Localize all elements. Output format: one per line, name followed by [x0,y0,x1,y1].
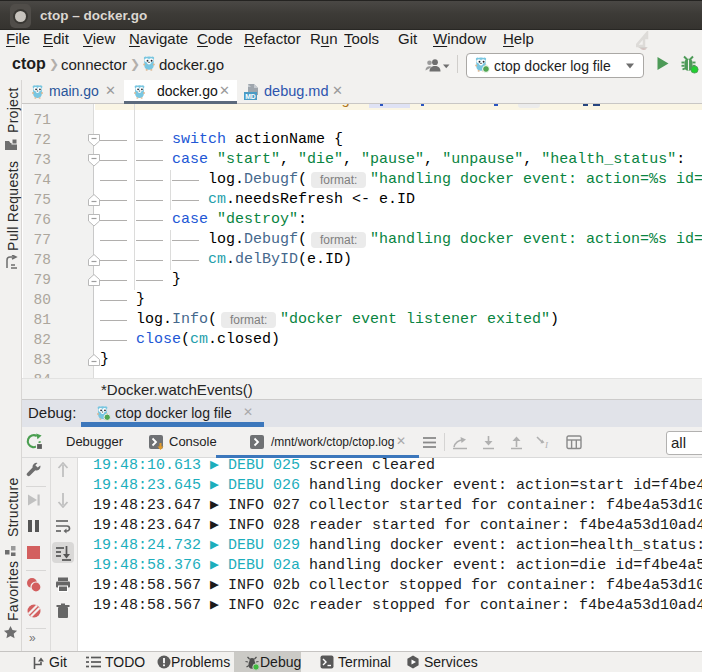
svg-text:MD: MD [245,93,256,100]
svg-text:I: I [544,440,549,450]
